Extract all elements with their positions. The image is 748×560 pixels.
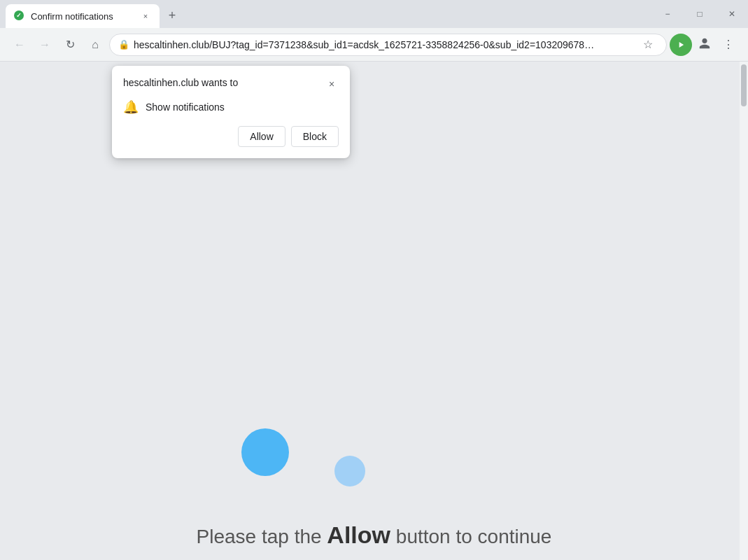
play-icon: [676, 40, 686, 50]
menu-button[interactable]: ⋮: [717, 34, 740, 56]
star-icon: ☆: [643, 38, 653, 51]
minimize-button[interactable]: −: [651, 3, 684, 25]
address-bar[interactable]: 🔒 hescaltinhen.club/BUJ?tag_id=7371238&s…: [109, 34, 667, 56]
page-bottom-text: Please tap the Allow button to continue: [197, 522, 552, 549]
cast-button[interactable]: [670, 34, 692, 56]
bottom-text-allow-word: Allow: [327, 522, 390, 548]
maximize-button[interactable]: □: [684, 3, 716, 25]
popup-notification-text: Show notifications: [146, 102, 225, 113]
page-content: hescaltinhen.club wants to × 🔔 Show noti…: [0, 62, 748, 560]
popup-title: hescaltinhen.club wants to: [123, 77, 238, 88]
bookmark-star-button[interactable]: ☆: [638, 35, 658, 55]
notification-popup: hescaltinhen.club wants to × 🔔 Show noti…: [112, 66, 350, 158]
popup-close-button[interactable]: ×: [325, 77, 339, 91]
tab-bar: ✓ Confirm notifications × +: [0, 0, 748, 28]
scrollbar[interactable]: [740, 62, 748, 560]
tab-close-button[interactable]: ×: [140, 10, 151, 22]
decorative-circle-large: [241, 428, 289, 476]
bottom-text-before: Please tap the: [197, 526, 322, 547]
allow-button[interactable]: Allow: [238, 126, 285, 147]
lock-icon: 🔒: [118, 39, 129, 50]
forward-button[interactable]: →: [34, 34, 56, 56]
new-tab-button[interactable]: +: [162, 6, 182, 25]
favicon-circle: ✓: [14, 10, 24, 20]
bottom-text-after-word: button to continue: [396, 526, 552, 547]
close-button[interactable]: ✕: [716, 3, 748, 25]
menu-dots-icon: ⋮: [723, 38, 734, 51]
chrome-window: − □ ✕ ✓ Confirm notifications × + ← → ↻ …: [0, 0, 748, 560]
decorative-circle-small: [334, 456, 365, 486]
profile-icon: [698, 37, 711, 52]
bell-icon: 🔔: [123, 99, 139, 115]
home-button[interactable]: ⌂: [84, 34, 106, 56]
tab-favicon: ✓: [14, 10, 25, 22]
popup-actions: Allow Block: [123, 126, 339, 147]
block-button[interactable]: Block: [291, 126, 339, 147]
address-text: hescaltinhen.club/BUJ?tag_id=7371238&sub…: [134, 39, 634, 50]
profile-button[interactable]: [693, 34, 716, 56]
popup-header: hescaltinhen.club wants to ×: [123, 77, 339, 91]
toolbar: ← → ↻ ⌂ 🔒 hescaltinhen.club/BUJ?tag_id=7…: [0, 28, 748, 62]
home-icon: ⌂: [92, 38, 99, 51]
reload-icon: ↻: [66, 38, 75, 51]
forward-icon: →: [39, 38, 50, 51]
reload-button[interactable]: ↻: [59, 34, 81, 56]
back-button[interactable]: ←: [8, 34, 31, 56]
back-icon: ←: [14, 38, 25, 51]
popup-body: 🔔 Show notifications: [123, 99, 339, 115]
scrollbar-thumb[interactable]: [741, 64, 747, 106]
favicon-check: ✓: [16, 12, 22, 19]
toolbar-right: ⋮: [670, 34, 740, 56]
active-tab[interactable]: ✓ Confirm notifications ×: [6, 4, 160, 28]
tab-title: Confirm notifications: [31, 11, 134, 22]
window-controls: − □ ✕: [651, 0, 748, 28]
